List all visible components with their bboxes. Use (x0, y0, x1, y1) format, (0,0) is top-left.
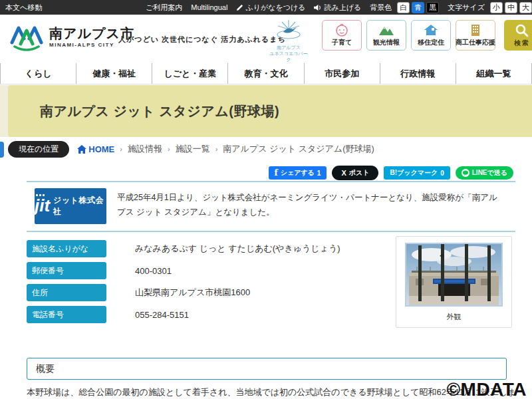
bg-color-buttons: 白 青 黒 (395, 2, 439, 13)
search-button[interactable]: 検索 (504, 20, 532, 51)
phone-label: 電話番号 (27, 306, 106, 323)
facility-furigana-label: 施設名ふりがな (27, 240, 106, 257)
multilingual-link[interactable]: Multilingual (191, 3, 227, 11)
nav-kyoiku-bunka[interactable]: 教育・文化 (227, 63, 303, 84)
phone-value: 055-284-5151 (135, 310, 189, 320)
main-content: jit ジット株式会社 平成25年4月1日より、ジット株式会社がネーミングライツ… (27, 181, 515, 399)
ecopark-label: 南アルプス ユネスコエコパーク (269, 45, 308, 63)
mdata-watermark: ©MDATA (446, 379, 527, 399)
breadcrumb-current-page: 南アルプス ジット スタジアム(野球場) (223, 143, 374, 155)
facility-furigana-value: みなみあるぷす じっと すたじあむ(やきゅうじょう) (135, 243, 340, 255)
topbar-links: ご利用案内 Multilingual ふりがなをつける 読み上げる 背景色 白 … (146, 2, 532, 13)
line-icon (462, 169, 469, 177)
breadcrumb-separator: › (215, 145, 218, 153)
nav-kurashi[interactable]: くらし (0, 63, 76, 84)
font-size-buttons: 小 中 大 (488, 2, 532, 13)
font-large-button[interactable]: 大 (519, 2, 532, 13)
overview-line-1: 本野球場は、総合公園の最初の施設として着手され、当地域では初の公式試合のできる野… (27, 386, 515, 399)
usage-guide-link[interactable]: ご利用案内 (146, 3, 182, 13)
facebook-share-count: 1 (317, 170, 321, 177)
overview-heading-box: 概要 (27, 358, 507, 380)
facebook-icon: f (275, 168, 278, 178)
bg-white-button[interactable]: 白 (397, 2, 410, 13)
line-share-button[interactable]: LINEで送る (456, 166, 513, 180)
hatena-bookmark-count: 0 (440, 170, 444, 177)
breadcrumb-separator: › (168, 145, 170, 153)
pencil-icon (236, 4, 243, 11)
jit-logo-dots (36, 194, 45, 196)
top-utility-bar: 本文へ移動 ご利用案内 Multilingual ふりがなをつける 読み上げる … (0, 0, 532, 15)
postal-code-label: 郵便番号 (27, 262, 106, 279)
furigana-link[interactable]: ふりがなをつける (236, 3, 305, 13)
page-title: 南アルプス ジット スタジアム(野球場) (40, 102, 279, 120)
breadcrumb-facility-list[interactable]: 施設一覧 (176, 143, 210, 155)
breadcrumb-home-link[interactable]: HOME (77, 144, 114, 154)
nav-shigoto-sangyo[interactable]: しごと・産業 (152, 63, 227, 84)
x-post-button[interactable]: X ポスト (332, 166, 378, 180)
stadium-photo-card: 外観 (396, 236, 512, 328)
title-band-background: 南アルプス ジット スタジアム(野球場) (0, 85, 532, 137)
x-icon: X (341, 169, 346, 177)
font-size-label: 文字サイズ (448, 3, 485, 13)
font-medium-button[interactable]: 中 (505, 2, 517, 13)
nav-soshiki-ichiran[interactable]: 組織一覧 (456, 63, 532, 84)
table-row: 電話番号 055-284-5151 (27, 306, 399, 323)
current-location-badge: 現在の位置 (8, 141, 69, 158)
table-row: 施設名ふりがな みなみあるぷす じっと すたじあむ(やきゅうじょう) (27, 240, 399, 257)
city-logo[interactable]: 南アルプス市 MINAMI-ALPS CITY (9, 23, 134, 52)
search-button-label: 検索 (514, 39, 530, 48)
mountain-icon (378, 23, 395, 37)
breadcrumb-facility-info[interactable]: 施設情報 (128, 143, 162, 155)
ecopark-logo[interactable]: 南アルプス ユネスコエコパーク (269, 19, 308, 63)
address-value: 山梨県南アルプス市桃園1600 (135, 287, 250, 299)
stadium-exterior-photo[interactable] (405, 243, 503, 307)
baby-icon (334, 23, 349, 37)
facility-info-table: 施設名ふりがな みなみあるぷす じっと すたじあむ(やきゅうじょう) 郵便番号 … (27, 240, 399, 323)
global-nav: くらし 健康・福祉 しごと・産業 教育・文化 市民参加 行政情報 組織一覧 (0, 63, 532, 84)
address-label: 住所 (27, 284, 106, 301)
city-tagline: 人がつどい 次世代につなぐ 活力あふれるまち (118, 35, 286, 45)
table-row: 郵便番号 400-0301 (27, 262, 399, 279)
facebook-share-button[interactable]: f シェアする 1 (269, 166, 327, 180)
tourism-button[interactable]: 観光情報 (366, 20, 406, 51)
nav-kenko-fukushi[interactable]: 健康・福祉 (76, 63, 152, 84)
site-header: 南アルプス市 MINAMI-ALPS CITY 人がつどい 次世代につなぐ 活力… (0, 15, 532, 63)
mountain-logo-icon (9, 23, 44, 52)
nav-shimin-sanka[interactable]: 市民参加 (304, 63, 380, 84)
bg-blue-button[interactable]: 青 (412, 2, 424, 13)
jit-company-logo[interactable]: jit ジット株式会社 (35, 188, 106, 224)
building-icon (469, 23, 481, 37)
nav-gyosei-joho[interactable]: 行政情報 (380, 63, 456, 84)
jit-logo-text: jit (35, 198, 50, 213)
home-icon (77, 145, 86, 154)
quick-buttons: 子育て 観光情報 移住定住 商工仕事応援 (322, 20, 495, 51)
breadcrumb-separator: › (120, 145, 122, 153)
naming-rights-text: 平成25年4月1日より、ジット株式会社がネーミングライツ・パートナーとなり、施設… (117, 188, 499, 220)
postal-code-value: 400-0301 (135, 266, 172, 276)
table-row: 住所 山梨県南アルプス市桃園1600 (27, 284, 399, 301)
speaker-icon (314, 4, 322, 11)
share-buttons: f シェアする 1 X ポスト B!ブックマーク 0 LINEで送る (0, 166, 513, 180)
ecopark-emblem-icon (274, 19, 303, 41)
migration-button[interactable]: 移住定住 (411, 20, 451, 51)
read-aloud-link[interactable]: 読み上げる (314, 3, 361, 13)
left-edge-accent (0, 142, 4, 158)
photo-caption: 外観 (405, 312, 503, 322)
hatena-bookmark-button[interactable]: B!ブックマーク 0 (384, 166, 450, 180)
naming-rights-notice: jit ジット株式会社 平成25年4月1日より、ジット株式会社がネーミングライツ… (27, 181, 515, 232)
house-icon (424, 23, 438, 37)
page: 本文へ移動 ご利用案内 Multilingual ふりがなをつける 読み上げる … (0, 0, 532, 399)
skip-to-content-link[interactable]: 本文へ移動 (5, 3, 42, 13)
overview-heading: 概要 (36, 363, 55, 375)
bg-black-button[interactable]: 黒 (426, 2, 439, 13)
business-button[interactable]: 商工仕事応援 (456, 20, 495, 51)
bg-color-label: 背景色 (370, 3, 392, 13)
jit-company-name: ジット株式会社 (53, 195, 106, 217)
childcare-button[interactable]: 子育て (322, 20, 362, 51)
overview-paragraph: 本野球場は、総合公園の最初の施設として着手され、当地域では初の公式試合のできる野… (27, 386, 515, 399)
font-small-button[interactable]: 小 (490, 2, 503, 13)
breadcrumb: 現在の位置 HOME › 施設情報 › 施設一覧 › 南アルプス ジット スタジ… (0, 137, 532, 161)
title-band: 南アルプス ジット スタジアム(野球場) (8, 85, 532, 137)
search-icon (515, 23, 529, 38)
